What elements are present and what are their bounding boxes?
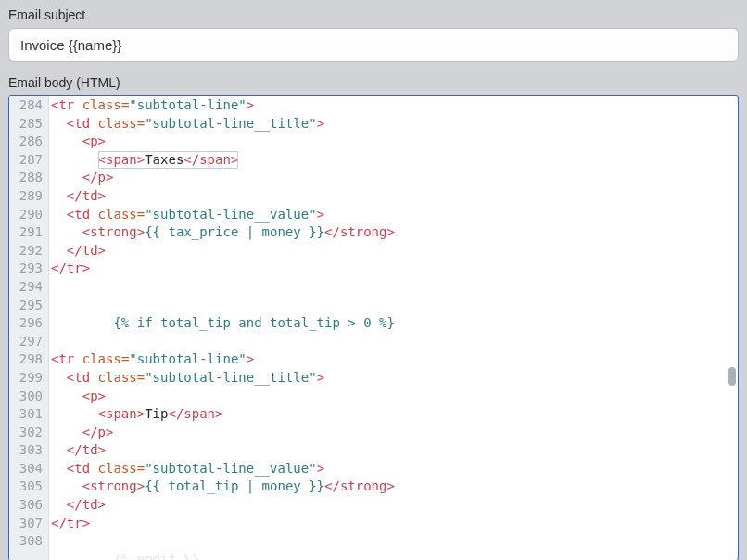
line-number: 297: [13, 333, 43, 351]
line-number: 295: [13, 297, 43, 315]
line-number: 299: [13, 369, 43, 388]
code-line[interactable]: <td class="subtotal-line__title">: [51, 369, 738, 388]
line-number: 301: [13, 405, 43, 424]
code-line[interactable]: </td>: [51, 187, 738, 206]
code-line[interactable]: {% endif %}: [51, 551, 738, 560]
code-line[interactable]: <tr class="subtotal-line">: [51, 96, 738, 115]
code-line[interactable]: {% if total_tip and total_tip > 0 %}: [51, 314, 738, 333]
line-number: 291: [13, 223, 43, 242]
scrollbar-thumb[interactable]: [728, 367, 736, 386]
code-line[interactable]: <tr class="subtotal-line">: [51, 350, 738, 369]
code-line[interactable]: <td class="subtotal-line__title">: [51, 115, 738, 134]
code-line[interactable]: </tr>: [51, 515, 738, 533]
line-number: 306: [13, 496, 43, 515]
line-number: 296: [13, 314, 43, 333]
line-number: 304: [13, 460, 43, 478]
scrollbar-track[interactable]: [728, 98, 736, 558]
email-subject-input[interactable]: [8, 28, 739, 62]
line-number: 290: [13, 206, 43, 224]
line-number: 300: [13, 388, 43, 406]
code-line[interactable]: </td>: [51, 441, 738, 460]
line-number: 293: [13, 260, 43, 278]
line-number: 289: [13, 187, 43, 206]
code-line[interactable]: <p>: [51, 133, 738, 151]
line-number: 307: [13, 515, 43, 533]
code-line[interactable]: <td class="subtotal-line__value">: [51, 206, 738, 224]
line-number: 287: [13, 151, 43, 170]
line-number-gutter: 2842852862872882892902912922932942952962…: [9, 96, 49, 560]
line-number: 303: [13, 441, 43, 460]
line-number: 308: [13, 532, 43, 551]
line-number: 284: [13, 96, 43, 115]
line-number: 298: [13, 350, 43, 369]
code-line[interactable]: [51, 297, 738, 315]
code-line[interactable]: <span>Tip</span>: [51, 405, 738, 424]
code-line[interactable]: <strong>{{ tax_price | money }}</strong>: [51, 223, 738, 242]
code-line[interactable]: <span>Taxes</span>: [51, 151, 738, 170]
line-number: 285: [13, 115, 43, 134]
line-number: 292: [13, 242, 43, 261]
line-number: 305: [13, 477, 43, 496]
code-line[interactable]: <strong>{{ total_tip | money }}</strong>: [51, 477, 738, 496]
code-line[interactable]: </p>: [51, 169, 738, 187]
code-line[interactable]: [51, 278, 738, 297]
code-line[interactable]: </tr>: [51, 260, 738, 278]
code-line[interactable]: <p>: [51, 388, 738, 406]
email-body-label: Email body (HTML): [8, 75, 739, 90]
email-body-editor[interactable]: 2842852862872882892902912922932942952962…: [8, 95, 739, 560]
code-line[interactable]: <td class="subtotal-line__value">: [51, 460, 738, 478]
code-line[interactable]: [51, 532, 738, 551]
line-number: [13, 551, 43, 560]
code-line[interactable]: [51, 333, 738, 351]
line-number: 286: [13, 133, 43, 151]
email-subject-label: Email subject: [8, 7, 739, 22]
line-number: 288: [13, 169, 43, 187]
code-line[interactable]: </td>: [51, 242, 738, 261]
code-line[interactable]: </p>: [51, 424, 738, 442]
line-number: 294: [13, 278, 43, 297]
line-number: 302: [13, 424, 43, 442]
code-line[interactable]: </td>: [51, 496, 738, 515]
code-area[interactable]: <tr class="subtotal-line"> <td class="su…: [49, 96, 738, 560]
